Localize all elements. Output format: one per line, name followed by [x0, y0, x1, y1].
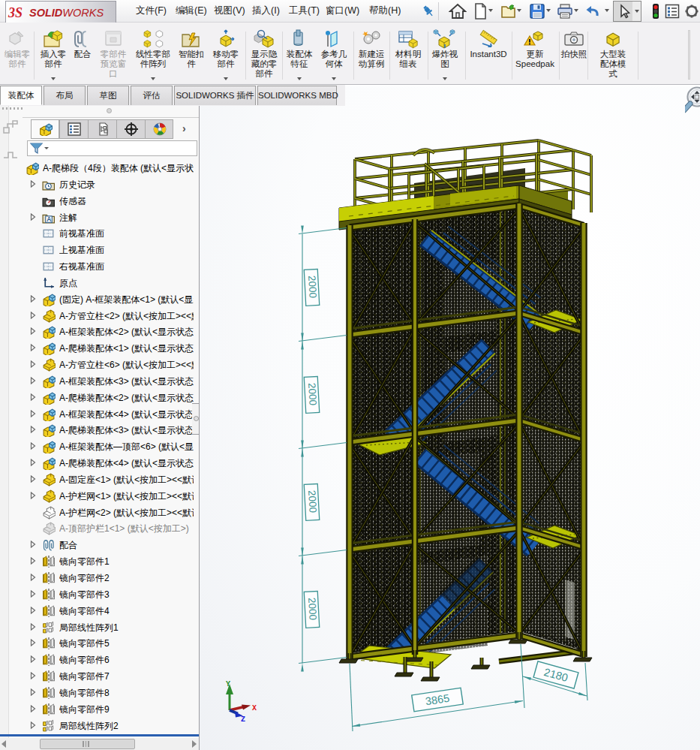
svg-text:2000: 2000: [306, 598, 319, 621]
svg-text:A: A: [47, 215, 51, 223]
svg-text:2000: 2000: [306, 383, 319, 406]
svg-text:2000: 2000: [306, 276, 319, 299]
svg-text:SOLIDWORKS: SOLIDWORKS: [29, 7, 104, 19]
svg-text:3S: 3S: [8, 5, 23, 20]
svg-text:X: X: [252, 704, 257, 712]
svg-text:Z: Z: [241, 715, 245, 724]
svg-text:2000: 2000: [306, 490, 319, 514]
svg-text:Y: Y: [226, 680, 230, 688]
